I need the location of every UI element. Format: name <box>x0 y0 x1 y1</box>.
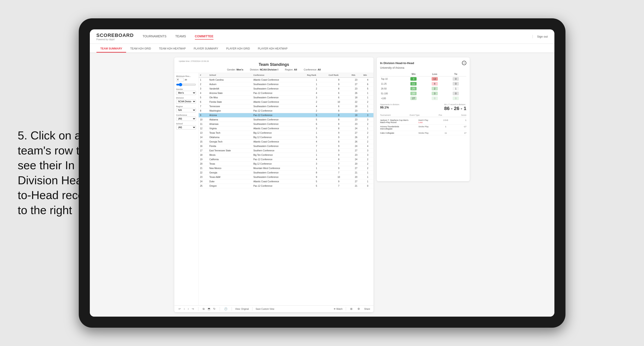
table-row[interactable]: 17 East Tennessee State Southern Confere… <box>199 149 374 153</box>
subnav-team-h2h-heatmap[interactable]: TEAM H2H HEATMAP <box>155 45 190 53</box>
division-select[interactable]: NCAA Division I NCAA Division II NCAA Di… <box>176 99 196 104</box>
table-row[interactable]: 3 Vanderbilt Southeastern Conference 2 8… <box>199 87 374 91</box>
region-select[interactable]: N/A All <box>176 108 196 112</box>
filter-conference-group: Conference (All) <box>176 114 197 121</box>
logo-text: SCOREBOARD <box>96 32 134 38</box>
filter-gender: Gender: Men's <box>227 68 243 71</box>
table-row[interactable]: 9 Arizona Pac-12 Conference 5 8 18 3 <box>199 113 374 118</box>
h2h-table: Win Loss Tie Top 10 3 13 0 1 <box>380 72 466 101</box>
h2h-row-26-50: 26-50 25 2 1 <box>380 86 466 91</box>
card-header: Update time: 27/03/2024 15:56:26 Team St… <box>174 57 374 73</box>
conference-select[interactable]: (All) <box>176 117 196 121</box>
table-row[interactable]: 18 Illinois Big Ten Conference 1 9 23 3 <box>199 153 374 157</box>
table-row[interactable]: 12 Virginia Atlantic Coast Conference 3 … <box>199 126 374 131</box>
filter-division: Division: NCAA Division I <box>250 68 278 71</box>
col-conference: Conference <box>252 73 306 78</box>
min-rounds-slider[interactable] <box>176 83 196 86</box>
toolbar-divider-2 <box>220 307 220 311</box>
table-row[interactable]: 25 Oregon Pac-12 Conference 5 7 21 0 <box>199 184 374 188</box>
watch-label[interactable]: 👁 Watch <box>334 308 343 310</box>
col-rds: Rds <box>350 73 362 78</box>
table-row[interactable]: 11 Arkansas Southeastern Conference 6 8 … <box>199 122 374 126</box>
h2h-row-top10: Top 10 3 13 0 <box>380 76 466 82</box>
h2h-col-range <box>380 72 403 76</box>
refresh-btn[interactable]: ↻ <box>212 307 216 311</box>
table-row[interactable]: 4 Arizona State Pac-12 Conference 4 6 26… <box>199 91 374 95</box>
h2h-close-btn[interactable]: × <box>462 61 466 65</box>
undo-btn[interactable]: ↩ <box>178 307 182 311</box>
clock-btn[interactable]: 🕐 <box>223 307 228 311</box>
nav-items: TOURNAMENTS TEAMS COMMITTEE <box>142 33 532 39</box>
h2h-header: In Division Head-to-Head × <box>380 61 466 65</box>
col-rank: # <box>199 73 208 78</box>
table-row[interactable]: 1 North Carolina Atlantic Coast Conferen… <box>199 78 374 82</box>
toolbar-history: ↩ ‹ › ↪ <box>178 307 195 311</box>
h2h-row-51-100: 51-100 20 3 0 <box>380 91 466 96</box>
table-row[interactable]: 13 Texas Tech Big 12 Conference 1 9 27 2 <box>199 131 374 135</box>
share-label[interactable]: Share <box>364 308 370 310</box>
table-row[interactable]: 7 Tennessee Southeastern Conference 4 6 … <box>199 104 374 109</box>
h2h-row-gt100: >100 27 0 0 <box>380 96 466 101</box>
nav-teams[interactable]: TEAMS <box>175 33 186 39</box>
update-time: Update time: 27/03/2024 15:56:26 <box>179 60 369 62</box>
col-school: School <box>208 73 252 78</box>
bottom-toolbar: ↩ ‹ › ↪ ⧉ ⬒ ↻ 🕐 View: Original <box>174 305 374 312</box>
table-row[interactable]: 21 New Mexico Mountain West Conference 1… <box>199 166 374 171</box>
copy-btn[interactable]: ⧉ <box>202 307 206 311</box>
tournament-row-1: Jackson T. Stephens Cup Men's Match-Play… <box>380 118 466 125</box>
toolbar-divider-5 <box>346 307 346 311</box>
col-reg-rank: Reg Rank <box>306 73 328 78</box>
subnav-player-h2h-grid[interactable]: PLAYER H2H GRID <box>222 45 254 53</box>
paste-btn[interactable]: ⬒ <box>207 307 211 311</box>
toolbar-divider-4 <box>252 307 252 311</box>
logo-area: SCOREBOARD Powered by clippd <box>96 32 134 41</box>
table-row[interactable]: 6 Florida State Atlantic Coast Conferenc… <box>199 100 374 104</box>
tablet-screen: SCOREBOARD Powered by clippd TOURNAMENTS… <box>90 29 554 317</box>
redo-btn[interactable]: ↪ <box>191 307 195 311</box>
filter-region: Region: All <box>285 68 297 71</box>
tablet-frame: SCOREBOARD Powered by clippd TOURNAMENTS… <box>79 18 566 328</box>
filter-division-group: Division NCAA Division I NCAA Division I… <box>176 97 197 104</box>
next-btn[interactable]: › <box>187 307 190 311</box>
tournament-row-2: Arizona Thunderbirds Intercollegiate Str… <box>380 125 466 131</box>
filter-gender-group: Gender Men's Women's <box>176 88 197 95</box>
table-row[interactable]: 23 Texas A&M Southeastern Conference 9 1… <box>199 175 374 179</box>
table-row[interactable]: 8 Washington Pac-12 Conference 2 8 23 1 <box>199 109 374 113</box>
h2h-record-value: 86 - 26 - 1 <box>444 106 466 111</box>
h2h-header-row: Win Loss Tie <box>380 72 466 76</box>
h2h-row-11-25: 11-25 11 8 0 <box>380 81 466 86</box>
grid-btn[interactable]: ⊞ <box>349 307 353 311</box>
table-row[interactable]: 14 Oklahoma Big 12 Conference 5 9 26 2 <box>199 135 374 140</box>
settings-btn[interactable]: ⚙ <box>356 307 361 311</box>
table-row[interactable]: 19 California Pac-12 Conference 4 8 24 2 <box>199 157 374 162</box>
save-custom-label[interactable]: Save Custom View <box>256 308 274 310</box>
h2h-title: In Division Head-to-Head <box>380 61 414 65</box>
h2h-record-area: W-L-T record in-division: 86 - 26 - 1 <box>444 103 466 111</box>
table-row[interactable]: 10 Alabama Southeastern Conference 5 8 2… <box>199 118 374 122</box>
logo-sub: Powered by clippd <box>96 38 134 41</box>
school-select[interactable]: (All) <box>176 125 196 130</box>
table-row[interactable]: 22 Georgia Southeastern Conference 8 7 2… <box>199 171 374 175</box>
subnav-team-summary[interactable]: TEAM SUMMARY <box>96 45 126 53</box>
nav-tournaments[interactable]: TOURNAMENTS <box>142 33 166 39</box>
gender-select[interactable]: Men's Women's <box>176 91 196 95</box>
tournament-table-header: Tournament Event Type Pos Score <box>380 114 466 117</box>
min-rounds-input[interactable] <box>176 78 184 82</box>
table-row[interactable]: 15 Georgia Tech Atlantic Coast Conferenc… <box>199 140 374 144</box>
h2h-team-name: University of Arizona <box>380 66 466 69</box>
subnav-team-h2h-grid[interactable]: TEAM H2H GRID <box>126 45 155 53</box>
col-conf-rank: Conf Rank <box>327 73 350 78</box>
toolbar-divider-1 <box>198 307 198 311</box>
table-row[interactable]: 24 Duke Atlantic Coast Conference 5 9 27… <box>199 179 374 184</box>
h2h-panel: In Division Head-to-Head × University of… <box>377 57 470 181</box>
subnav-player-h2h-heatmap[interactable]: PLAYER H2H HEATMAP <box>254 45 292 53</box>
subnav-player-summary[interactable]: PLAYER SUMMARY <box>190 45 222 53</box>
prev-btn[interactable]: ‹ <box>183 307 186 311</box>
table-row[interactable]: 2 Auburn Southeastern Conference 1 9 27 … <box>199 82 374 87</box>
table-row[interactable]: 5 Ole Miss Southeastern Conference 3 6 1… <box>199 95 374 100</box>
sign-out-btn[interactable]: Sign out <box>532 35 548 38</box>
table-row[interactable]: 20 Texas Big 12 Conference 3 7 20 2 <box>199 162 374 166</box>
view-original-label[interactable]: View: Original <box>235 308 249 310</box>
table-row[interactable]: 16 Florida Southeastern Conference 7 9 2… <box>199 144 374 149</box>
nav-committee[interactable]: COMMITTEE <box>195 33 214 39</box>
